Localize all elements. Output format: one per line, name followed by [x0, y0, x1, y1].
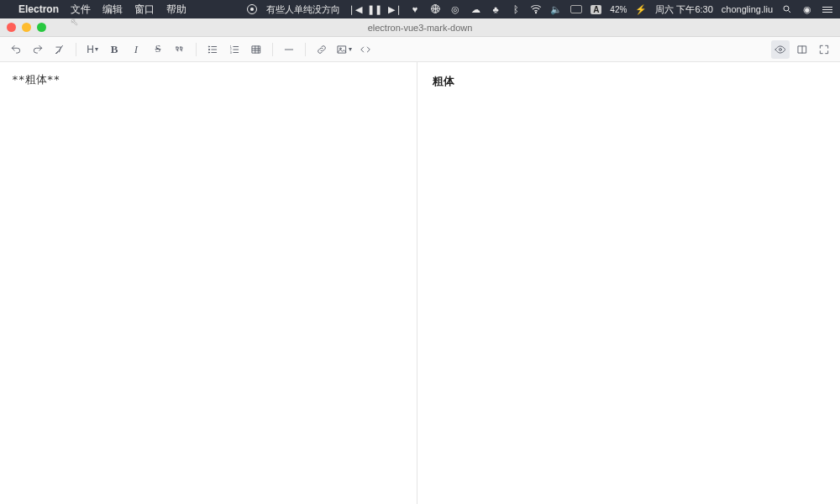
svg-point-10: [339, 47, 341, 49]
window-title: electron-vue3-mark-down: [0, 23, 840, 33]
preview-text: 粗体: [433, 75, 454, 87]
bell-icon[interactable]: ♣: [490, 3, 501, 15]
svg-text:3: 3: [230, 50, 232, 54]
now-playing-text: 有些人单纯没方向: [266, 3, 340, 16]
input-source-indicator[interactable]: A: [591, 5, 601, 14]
caret-down-icon: ▾: [95, 45, 98, 53]
menubar-user[interactable]: chongling.liu: [722, 4, 773, 14]
fullscreen-toggle-button[interactable]: [815, 40, 833, 59]
svg-point-3: [208, 49, 209, 50]
code-button[interactable]: [356, 40, 375, 59]
image-button[interactable]: ▾: [334, 40, 353, 59]
editor-content-area: **粗体** 粗体: [0, 62, 840, 504]
caret-down-icon: ▾: [349, 45, 352, 53]
svg-point-11: [780, 48, 782, 50]
battery-icon[interactable]: [570, 5, 582, 13]
siri-icon[interactable]: ◉: [801, 3, 813, 15]
menu-help[interactable]: 帮助: [166, 3, 186, 17]
svg-point-0: [536, 13, 537, 13]
charging-icon: ⚡: [635, 3, 647, 15]
ordered-list-button[interactable]: 123: [225, 40, 244, 59]
svg-rect-9: [338, 45, 345, 52]
unordered-list-button[interactable]: [203, 40, 222, 59]
app-menu[interactable]: Electron: [18, 3, 59, 15]
menubar-status-area: 有些人单纯没方向 ❘◀ ❚❚ ▶❘ ♥ 🌐︎ ◎ ☁ ♣ ᛒ 🔈 A 42% ⚡…: [246, 3, 833, 16]
menu-window[interactable]: 窗口: [134, 3, 155, 17]
svg-rect-8: [252, 45, 260, 52]
clear-format-button[interactable]: [50, 40, 69, 59]
markdown-source-pane[interactable]: **粗体**: [0, 62, 417, 504]
editor-text: **粗体**: [12, 73, 60, 86]
heart-icon[interactable]: ♥: [409, 3, 421, 15]
qq-icon[interactable]: ◎: [449, 3, 461, 15]
heading-label: H: [87, 44, 94, 55]
prev-track-icon[interactable]: ❘◀: [349, 3, 360, 15]
macos-menubar: Electron 文件 编辑 窗口 帮助 有些人单纯没方向 ❘◀ ❚❚ ▶❘ ♥…: [0, 0, 840, 18]
record-icon[interactable]: [246, 3, 258, 15]
svg-point-1: [784, 6, 789, 11]
toolbar-separator: [196, 43, 197, 56]
menu-edit[interactable]: 编辑: [102, 3, 123, 17]
markdown-preview-pane: 粗体: [417, 62, 841, 504]
table-button[interactable]: [247, 40, 265, 59]
strike-button[interactable]: S: [149, 40, 167, 59]
fullscreen-button[interactable]: [37, 23, 46, 32]
side-by-side-button[interactable]: [793, 40, 811, 59]
globe-icon[interactable]: 🌐︎: [429, 3, 441, 15]
window-traffic-lights: [7, 23, 46, 32]
svg-point-2: [208, 45, 209, 46]
editor-toolbar: H▾ B I S 123 ▾: [0, 37, 840, 62]
menubar-clock[interactable]: 周六 下午6:30: [655, 3, 712, 16]
menu-file[interactable]: 文件: [71, 3, 91, 17]
undo-button[interactable]: [7, 40, 25, 59]
toolbar-separator: [272, 43, 273, 56]
toolbar-separator: [305, 43, 306, 56]
bluetooth-icon[interactable]: ᛒ: [510, 3, 522, 15]
bold-button[interactable]: B: [105, 40, 123, 59]
hr-button[interactable]: [280, 40, 298, 59]
close-button[interactable]: [7, 23, 16, 32]
control-center-icon[interactable]: [822, 3, 833, 15]
heading-button[interactable]: H▾: [83, 40, 102, 59]
wechat-icon[interactable]: ☁: [470, 3, 481, 15]
quote-button[interactable]: [171, 40, 189, 59]
wifi-icon[interactable]: [530, 3, 542, 15]
preview-toggle-button[interactable]: [771, 40, 790, 59]
italic-button[interactable]: I: [127, 40, 145, 59]
svg-point-4: [208, 51, 209, 52]
redo-button[interactable]: [29, 40, 47, 59]
pause-icon[interactable]: ❚❚: [369, 3, 381, 15]
link-button[interactable]: [312, 40, 331, 59]
volume-icon[interactable]: 🔈: [550, 3, 562, 15]
minimize-button[interactable]: [22, 23, 31, 32]
toolbar-separator: [76, 43, 76, 56]
battery-percent: 42%: [610, 5, 627, 14]
window-titlebar: electron-vue3-mark-down: [0, 18, 840, 37]
spotlight-icon[interactable]: [781, 3, 793, 15]
next-track-icon[interactable]: ▶❘: [389, 3, 401, 15]
